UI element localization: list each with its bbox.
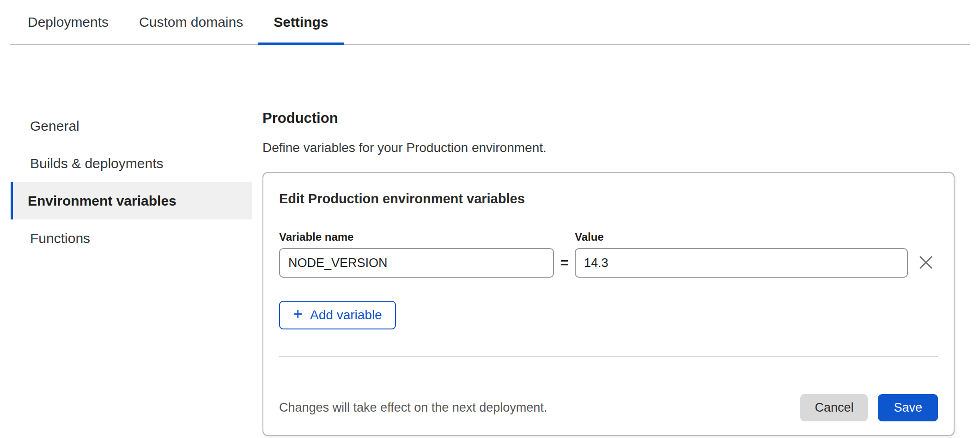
- settings-content: General Builds & deployments Environment…: [0, 45, 980, 436]
- edit-variables-card: Edit Production environment variables Va…: [262, 172, 955, 436]
- settings-sidebar: General Builds & deployments Environment…: [11, 107, 252, 436]
- remove-variable-button[interactable]: [914, 248, 938, 278]
- equals-sign: =: [554, 248, 575, 278]
- sidebar-item-builds-deployments[interactable]: Builds & deployments: [11, 145, 252, 182]
- cancel-button[interactable]: Cancel: [800, 394, 868, 421]
- plus-icon: +: [293, 306, 303, 322]
- tab-deployments-label: Deployments: [28, 14, 109, 30]
- page-description: Define variables for your Production env…: [262, 140, 955, 155]
- save-button[interactable]: Save: [878, 394, 938, 421]
- card-footer: Changes will take effect on the next dep…: [279, 394, 938, 421]
- variable-name-field-group: Variable name: [279, 231, 554, 278]
- sidebar-item-environment-variables-label: Environment variables: [28, 193, 177, 209]
- variable-name-label: Variable name: [279, 231, 554, 243]
- x-close-icon: [917, 254, 935, 273]
- variable-value-label: Value: [575, 231, 908, 243]
- variable-value-input[interactable]: [575, 248, 908, 278]
- sidebar-item-functions[interactable]: Functions: [11, 219, 252, 257]
- sidebar-item-environment-variables[interactable]: Environment variables: [11, 182, 252, 219]
- environment-variables-panel: Production Define variables for your Pro…: [262, 110, 955, 436]
- page-title: Production: [262, 110, 955, 127]
- tab-custom-domains[interactable]: Custom domains: [124, 0, 258, 44]
- add-variable-label: Add variable: [310, 308, 382, 322]
- variable-name-input[interactable]: [279, 248, 554, 278]
- tab-settings-label: Settings: [274, 14, 328, 30]
- sidebar-item-builds-deployments-label: Builds & deployments: [30, 156, 164, 171]
- tab-deployments[interactable]: Deployments: [10, 0, 124, 44]
- sidebar-item-general-label: General: [30, 118, 79, 134]
- add-variable-button[interactable]: + Add variable: [279, 301, 396, 329]
- tab-settings[interactable]: Settings: [258, 0, 343, 44]
- footer-actions: Cancel Save: [800, 394, 938, 421]
- variable-value-field-group: Value: [575, 231, 908, 278]
- deployment-note: Changes will take effect on the next dep…: [279, 401, 547, 415]
- project-tab-bar: Deployments Custom domains Settings: [10, 0, 970, 45]
- variable-row: Variable name = Value: [279, 231, 938, 278]
- card-divider: [279, 356, 938, 357]
- sidebar-item-functions-label: Functions: [30, 231, 90, 246]
- card-title: Edit Production environment variables: [279, 191, 938, 207]
- tab-custom-domains-label: Custom domains: [139, 14, 243, 30]
- sidebar-item-general[interactable]: General: [11, 107, 252, 145]
